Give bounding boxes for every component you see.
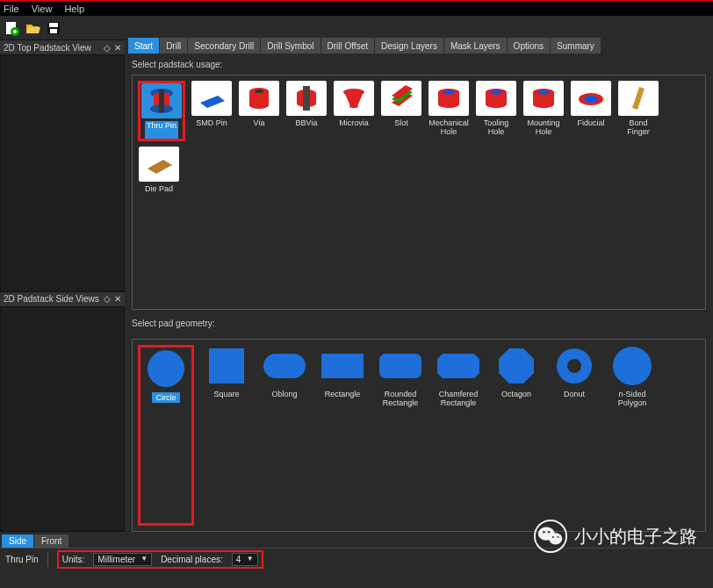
svg-rect-5 <box>49 23 58 27</box>
svg-point-39 <box>584 96 598 103</box>
panel-close-icon[interactable]: ✕ <box>114 43 121 53</box>
svg-point-32 <box>486 101 507 108</box>
panel-title-top: 2D Top Padstack View <box>4 43 91 53</box>
panel-header-side: 2D Padstack Side Views ◇ ✕ <box>0 292 125 306</box>
svg-point-56 <box>548 531 551 534</box>
tab-drill-offset[interactable]: Drill Offset <box>321 38 375 54</box>
panel-close-icon[interactable]: ✕ <box>114 294 121 304</box>
usage-label-microvia: Microvia <box>339 118 369 136</box>
usage-label-via: Via <box>254 118 265 136</box>
tab-drill[interactable]: Drill <box>160 38 187 54</box>
usage-label: Select padstack usage: <box>132 60 706 69</box>
geom-label-nsided-polygon: n-Sided Polygon <box>607 390 658 407</box>
svg-point-36 <box>533 101 554 108</box>
usage-tooling-hole[interactable]: Tooling Hole <box>475 81 517 141</box>
usage-thru-pin[interactable]: Thru Pin <box>140 83 183 139</box>
tab-drill-symbol[interactable]: Drill Symbol <box>261 38 320 54</box>
highlight-status: Units: Millimeter Decimal places: 4 <box>57 550 263 569</box>
svg-point-28 <box>438 101 459 108</box>
svg-point-55 <box>543 531 545 534</box>
geom-label-octagon: Octagon <box>501 390 531 398</box>
bottom-tab-front[interactable]: Front <box>34 534 68 548</box>
usage-label-slot: Slot <box>394 118 408 136</box>
tab-mask-layers[interactable]: Mask Layers <box>444 38 507 54</box>
geom-label-square: Square <box>213 390 239 398</box>
highlight-usage: Thru Pin <box>138 81 185 141</box>
geom-label-chamfered-rectangle: Chamfered Rectangle <box>433 390 484 407</box>
svg-point-37 <box>537 90 550 95</box>
tab-options[interactable]: Options <box>508 38 550 54</box>
tab-secondary-drill[interactable]: Secondary Drill <box>188 38 260 54</box>
usage-fiducial[interactable]: Fiducial <box>570 81 612 141</box>
svg-rect-46 <box>379 354 421 378</box>
menu-help[interactable]: Help <box>64 4 84 14</box>
decimals-dropdown[interactable]: 4 <box>232 553 258 566</box>
svg-rect-6 <box>50 29 57 33</box>
menu-view[interactable]: View <box>32 4 53 14</box>
svg-point-33 <box>490 90 502 95</box>
usage-label-mechanical-hole: Mechanical Hole <box>428 118 470 136</box>
decimals-label: Decimal places: <box>161 555 223 564</box>
geom-rectangle[interactable]: Rectangle <box>317 345 368 526</box>
geom-nsided-polygon[interactable]: n-Sided Polygon <box>607 345 658 526</box>
tabs-row: Start Drill Secondary Drill Drill Symbol… <box>125 37 713 54</box>
svg-rect-3 <box>14 30 16 33</box>
panel-title-side: 2D Padstack Side Views <box>4 294 99 304</box>
usage-via[interactable]: Via <box>238 81 280 141</box>
usage-microvia[interactable]: Microvia <box>333 81 375 141</box>
new-icon[interactable] <box>2 18 21 38</box>
svg-rect-10 <box>159 90 164 112</box>
usage-label-smd-pin: SMD Pin <box>196 118 227 136</box>
geom-octagon[interactable]: Octagon <box>491 345 542 526</box>
content-area: Select padstack usage: Thru Pin SMD Pin … <box>125 54 713 532</box>
svg-marker-41 <box>148 160 172 174</box>
right-column: Start Drill Secondary Drill Drill Symbol… <box>125 40 713 532</box>
usage-smd-pin[interactable]: SMD Pin <box>191 81 233 141</box>
svg-point-54 <box>549 533 562 544</box>
usage-die-pad[interactable]: Die Pad <box>138 147 180 202</box>
geom-oblong[interactable]: Oblong <box>259 345 310 526</box>
geom-label-rectangle: Rectangle <box>325 390 361 398</box>
usage-bond-finger[interactable]: Bond Finger <box>617 81 659 141</box>
menu-file[interactable]: File <box>4 4 19 14</box>
svg-point-57 <box>552 536 554 538</box>
separator <box>47 553 48 567</box>
svg-point-15 <box>255 90 263 93</box>
tab-start[interactable]: Start <box>128 38 159 54</box>
usage-bbvia[interactable]: BBVia <box>285 81 328 141</box>
panel-pin-icon[interactable]: ◇ <box>104 43 111 53</box>
usage-slot[interactable]: Slot <box>380 81 422 141</box>
watermark-text: 小小的电子之路 <box>574 525 697 549</box>
usage-mechanical-hole[interactable]: Mechanical Hole <box>428 81 470 141</box>
geom-chamfered-rectangle[interactable]: Chamfered Rectangle <box>433 345 484 526</box>
usage-label-fiducial: Fiducial <box>577 118 604 136</box>
units-label: Units: <box>62 555 85 564</box>
tab-summary[interactable]: Summary <box>551 38 601 54</box>
units-dropdown[interactable]: Millimeter <box>93 553 152 566</box>
bottom-tab-side[interactable]: Side <box>2 534 33 548</box>
highlight-geom: Circle <box>138 345 194 526</box>
usage-label-thru-pin: Thru Pin <box>145 121 178 139</box>
svg-rect-45 <box>321 354 364 378</box>
geom-grid: Circle Square Oblong Rectangle Roun <box>132 339 706 532</box>
geom-donut[interactable]: Donut <box>549 345 600 526</box>
geom-rounded-rectangle[interactable]: Rounded Rectangle <box>375 345 426 526</box>
main-layout: 2D Top Padstack View ◇ ✕ 2D Padstack Sid… <box>0 40 713 532</box>
save-icon[interactable] <box>44 18 63 38</box>
usage-mounting-hole[interactable]: Mounting Hole <box>522 81 565 141</box>
tab-design-layers[interactable]: Design Layers <box>375 38 443 54</box>
open-icon[interactable] <box>23 18 42 38</box>
status-type: Thru Pin <box>5 555 39 564</box>
geom-circle[interactable]: Circle <box>140 348 191 403</box>
watermark: 小小的电子之路 <box>534 520 697 553</box>
left-column: 2D Top Padstack View ◇ ✕ 2D Padstack Sid… <box>0 40 125 532</box>
svg-marker-40 <box>632 87 645 110</box>
wechat-icon <box>534 520 567 553</box>
geom-square[interactable]: Square <box>201 345 252 526</box>
usage-label-mounting-hole: Mounting Hole <box>522 118 565 136</box>
svg-rect-44 <box>263 354 306 378</box>
panel-pin-icon[interactable]: ◇ <box>104 294 111 304</box>
usage-label-bond-finger: Bond Finger <box>617 118 659 136</box>
usage-label-tooling-hole: Tooling Hole <box>475 118 517 136</box>
svg-marker-11 <box>200 96 225 108</box>
